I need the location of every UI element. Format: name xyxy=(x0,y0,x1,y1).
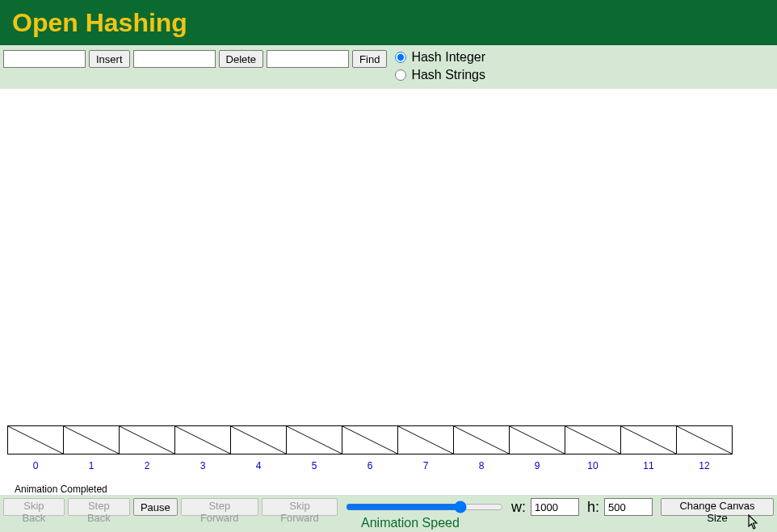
svg-line-6 xyxy=(342,426,397,454)
width-label: w: xyxy=(511,498,526,516)
hash-strings-label: Hash Strings xyxy=(411,68,485,82)
hash-cell xyxy=(63,425,120,455)
hash-integer-radio[interactable] xyxy=(395,52,406,63)
hash-mode-group: Hash Integer Hash Strings xyxy=(395,50,485,82)
hash-index-label: 7 xyxy=(397,460,454,471)
hash-strings-option[interactable]: Hash Strings xyxy=(395,68,485,82)
step-forward-button[interactable]: Step Forward xyxy=(181,498,258,516)
hash-table xyxy=(8,425,733,455)
hash-index-label: 11 xyxy=(620,460,677,471)
hash-index-label: 4 xyxy=(230,460,287,471)
svg-line-4 xyxy=(231,426,286,454)
insert-button[interactable]: Insert xyxy=(89,50,130,68)
svg-line-5 xyxy=(287,426,342,454)
svg-line-3 xyxy=(175,426,230,454)
delete-button[interactable]: Delete xyxy=(219,50,264,68)
hash-cell xyxy=(119,425,175,455)
hash-cell xyxy=(7,425,64,455)
svg-line-2 xyxy=(120,426,174,454)
height-label: h: xyxy=(587,498,599,516)
change-canvas-size-button[interactable]: Change Canvas Size xyxy=(661,498,774,516)
hash-index-label: 8 xyxy=(453,460,510,471)
hash-indices: 0123456789101112 xyxy=(8,460,733,471)
height-input[interactable] xyxy=(604,498,653,516)
status-text: Animation Completed xyxy=(15,484,107,495)
pause-button[interactable]: Pause xyxy=(133,498,178,516)
svg-line-8 xyxy=(454,426,509,454)
canvas-area: 0123456789101112 Animation Completed xyxy=(0,89,777,495)
hash-integer-label: Hash Integer xyxy=(411,50,485,65)
find-input[interactable] xyxy=(267,50,349,68)
svg-line-1 xyxy=(64,426,119,454)
hash-index-label: 0 xyxy=(7,460,64,471)
svg-line-7 xyxy=(398,426,453,454)
hash-cell xyxy=(286,425,342,455)
svg-line-12 xyxy=(677,426,732,454)
hash-index-label: 3 xyxy=(174,460,231,471)
svg-line-0 xyxy=(8,426,63,454)
speed-slider[interactable] xyxy=(346,501,503,513)
hash-strings-radio[interactable] xyxy=(395,69,406,81)
delete-input[interactable] xyxy=(133,50,216,68)
width-input[interactable] xyxy=(531,498,579,516)
speed-slider-wrap xyxy=(346,498,503,516)
hash-index-label: 12 xyxy=(676,460,733,471)
hash-index-label: 5 xyxy=(286,460,342,471)
hash-cell xyxy=(565,425,621,455)
hash-cell xyxy=(509,425,565,455)
svg-line-9 xyxy=(510,426,565,454)
find-button[interactable]: Find xyxy=(352,50,387,68)
svg-line-11 xyxy=(621,426,676,454)
hash-cell xyxy=(230,425,287,455)
hash-cell xyxy=(676,425,733,455)
hash-cell xyxy=(342,425,398,455)
skip-back-button[interactable]: Skip Back xyxy=(3,498,65,516)
animation-speed-label: Animation Speed xyxy=(361,516,460,530)
hash-integer-option[interactable]: Hash Integer xyxy=(395,50,485,65)
controls-bar: Insert Delete Find Hash Integer Hash Str… xyxy=(0,45,777,89)
page-title: Open Hashing xyxy=(12,8,187,38)
hash-cell xyxy=(397,425,454,455)
header: Open Hashing xyxy=(0,0,777,45)
hash-index-label: 9 xyxy=(509,460,565,471)
hash-index-label: 6 xyxy=(342,460,398,471)
hash-index-label: 1 xyxy=(63,460,120,471)
skip-forward-button[interactable]: Skip Forward xyxy=(262,498,338,516)
insert-input[interactable] xyxy=(3,50,86,68)
step-back-button[interactable]: Step Back xyxy=(68,498,130,516)
hash-cell xyxy=(174,425,231,455)
hash-index-label: 10 xyxy=(565,460,621,471)
hash-cell xyxy=(453,425,510,455)
svg-line-10 xyxy=(565,426,620,454)
footer-bar: Skip Back Step Back Pause Step Forward S… xyxy=(0,495,777,532)
hash-index-label: 2 xyxy=(119,460,175,471)
hash-cell xyxy=(620,425,677,455)
